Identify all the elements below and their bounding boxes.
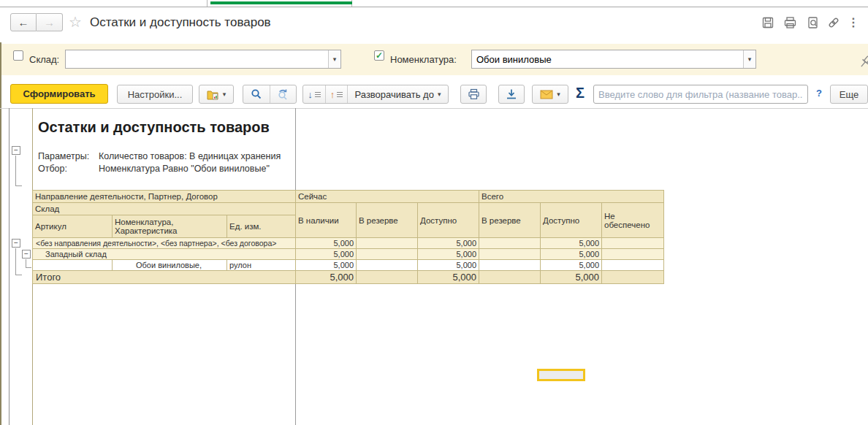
collapse-header-button[interactable]: − [12,146,20,155]
header-col[interactable]: Не обеспечено [602,203,664,238]
cell[interactable] [602,249,664,260]
cell[interactable] [479,238,541,249]
cell-total[interactable] [602,271,664,284]
cell-total[interactable]: 5,000 [296,271,357,284]
collapse-group2-button[interactable]: − [22,250,31,259]
window-title: Остатки и доступность товаров [90,15,271,30]
cell[interactable]: 5,000 [296,238,357,249]
cell[interactable] [479,249,541,260]
more-button[interactable]: Еще [830,85,868,104]
header-grouping[interactable]: Направление деятельности, Партнер, Догов… [33,191,296,203]
nomenklatura-label: Номенклатура: [390,54,457,65]
sklad-checkbox[interactable] [13,50,23,61]
sklad-field: ▾ [65,50,341,69]
help-link[interactable]: ? [816,88,822,99]
table-row: Обои виниловые, рулон 5,000 5,000 5,000 [33,260,664,271]
settings-button-label: Настройки... [128,89,183,100]
header-col[interactable]: В резерве [479,203,541,238]
nomenklatura-dropdown-button[interactable]: ▾ [743,50,755,68]
search-button-group [243,85,297,104]
quick-filter-input[interactable] [594,85,807,103]
print-button[interactable] [460,85,487,104]
selected-cell-cursor[interactable] [537,369,585,381]
cell[interactable]: 5,000 [418,238,479,249]
collapse-group1-button[interactable]: − [12,239,20,248]
report-table: Направление деятельности, Партнер, Догов… [32,190,664,284]
cell[interactable]: 5,000 [541,238,602,249]
total-label[interactable]: Итого [33,271,296,284]
cell-total[interactable]: 5,000 [541,271,602,284]
save-icon[interactable] [761,15,775,30]
save-file-button[interactable] [498,85,525,104]
cell[interactable] [602,238,664,249]
group-row-label[interactable]: Западный склад [33,249,296,260]
more-menu-icon[interactable]: ⋮ [846,15,861,30]
cell[interactable]: 5,000 [418,249,479,260]
report-params-label: Параметры: [38,151,89,161]
table-row: <без направления деятельности>, <без пар… [33,238,664,249]
checkmark-icon: ✓ [376,50,383,61]
settings-button[interactable]: Настройки... [117,85,193,104]
arrow-down-list-icon: ↓ [308,89,313,100]
cell[interactable] [479,260,541,271]
header-artikul[interactable]: Артикул [33,215,113,238]
cell-total[interactable] [357,271,418,284]
collapse-groups-button[interactable]: ↓ [303,85,325,103]
cell-total[interactable] [479,271,541,284]
cell[interactable]: 5,000 [296,260,357,271]
cell[interactable] [357,260,418,271]
nomenklatura-checkbox[interactable]: ✓ [374,50,384,61]
print-icon[interactable] [783,15,797,30]
favorite-star-icon[interactable]: ☆ [69,14,82,30]
forward-button[interactable]: → [37,13,63,31]
sklad-input[interactable] [66,50,328,68]
active-tab-indicator[interactable] [210,1,352,4]
cell[interactable]: 5,000 [418,260,479,271]
expand-to-button[interactable]: Разворачивать до ▾ [347,85,448,103]
cell[interactable] [357,249,418,260]
group-row-label[interactable]: <без направления деятельности>, <без пар… [33,238,296,249]
header-col[interactable]: Доступно [418,203,479,238]
report-variants-button[interactable]: ▾ [199,85,234,104]
link-icon[interactable] [826,15,841,30]
nomenklatura-input[interactable] [472,50,743,68]
header-now[interactable]: Сейчас [296,191,479,203]
cell-unit[interactable]: рулон [227,260,296,271]
header-col[interactable]: Доступно [541,203,602,238]
more-button-label: Еще [840,89,859,100]
header-nomenklatura[interactable]: Номенклатура, Характеристика [113,215,227,238]
header-total[interactable]: Всего [479,191,664,203]
cancel-search-button[interactable] [270,85,296,103]
pin-icon[interactable] [856,54,868,72]
cell[interactable]: 5,000 [296,249,357,260]
cell-total[interactable]: 5,000 [418,271,479,284]
outline-line [15,248,16,275]
header-col[interactable]: В резерве [357,203,418,238]
nomenklatura-field: ▾ [471,50,756,69]
sklad-dropdown-button[interactable]: ▾ [328,50,340,68]
cell-artikul[interactable] [33,260,113,271]
header-sklad[interactable]: Склад [33,203,296,215]
header-unit[interactable]: Ед. изм. [227,215,296,238]
cell[interactable]: 5,000 [541,249,602,260]
cell[interactable]: 5,000 [541,260,602,271]
outline-margin-divider [9,108,9,425]
window-left-border [0,42,1,425]
chevron-down-icon: ▾ [333,55,337,63]
header-col[interactable]: В наличии [296,203,357,238]
cell[interactable] [357,238,418,249]
back-button[interactable]: ← [10,13,37,31]
sum-sigma-icon[interactable]: Σ [576,85,585,102]
search-button[interactable] [243,85,270,103]
outline-line [26,259,26,267]
printer-icon [468,88,480,100]
preview-search-icon[interactable] [806,15,821,30]
send-mail-button[interactable]: ▾ [532,85,568,104]
table-row-total: Итого 5,000 5,000 5,000 [33,271,664,284]
cell[interactable] [602,260,664,271]
cancel-search-icon [277,88,289,100]
cell-nomenklatura[interactable]: Обои виниловые, [113,260,227,271]
expand-groups-button[interactable]: ↑ [325,85,347,103]
generate-button[interactable]: Сформировать [10,84,108,104]
minus-icon: − [14,240,18,247]
